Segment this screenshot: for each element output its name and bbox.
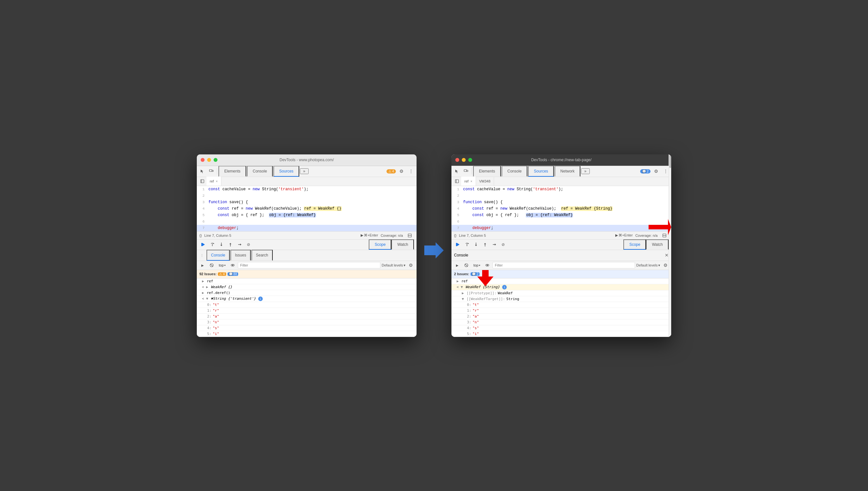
right-file-tabs: ref × VM348 <box>451 177 671 186</box>
coverage-toggle[interactable] <box>405 231 414 240</box>
scope-tab[interactable]: Scope <box>369 239 391 250</box>
right-clear-button[interactable] <box>463 261 470 269</box>
maximize-button[interactable] <box>214 158 218 162</box>
execute-code-button[interactable]: ▶ <box>199 261 206 269</box>
deactivate-button[interactable]: ⊘ <box>245 241 252 249</box>
tab-more-button[interactable]: » <box>300 168 309 174</box>
toolbar-divider <box>217 168 217 174</box>
left-debug-toolbar: ⊘ Scope Watch <box>197 240 417 250</box>
right-step-over-button[interactable] <box>463 241 471 249</box>
right-debug-tabs: Scope Watch <box>623 239 669 250</box>
right-file-tab-vm[interactable]: VM348 <box>476 177 494 186</box>
console-tab-search[interactable]: Search <box>251 250 273 261</box>
right-device-icon <box>464 169 468 173</box>
sidebar-toggle-button[interactable] <box>198 177 206 185</box>
right-sidebar-toggle[interactable] <box>453 177 461 185</box>
right-step-into-button[interactable] <box>472 241 480 249</box>
expand-ref-icon[interactable]: ▶ <box>202 279 204 283</box>
clear-icon <box>210 263 214 267</box>
right-expand-proto-icon[interactable]: ▶ <box>462 291 464 295</box>
right-step-button[interactable] <box>490 241 498 249</box>
right-console-prop-4: 4: "s" <box>451 325 671 331</box>
expand-weakref-icon[interactable]: ▶ <box>206 285 208 289</box>
red-arrow-1-container <box>649 219 671 236</box>
right-run-button[interactable]: ▶ ⌘+Enter <box>615 233 633 237</box>
console-tab-issues[interactable]: Issues <box>230 250 251 261</box>
right-tab-console[interactable]: Console <box>502 166 527 177</box>
svg-rect-22 <box>467 170 468 172</box>
right-close-tab-icon[interactable]: × <box>471 180 472 183</box>
right-tab-elements[interactable]: Elements <box>473 166 501 177</box>
right-console-filter-input[interactable] <box>493 262 635 268</box>
right-console-title: Console <box>454 253 468 257</box>
tab-sources[interactable]: Sources <box>273 166 299 177</box>
step-button[interactable] <box>235 241 243 249</box>
right-issues-container: 2 Issues: 💬 2 <box>451 270 671 279</box>
more-tools-button[interactable]: ⋮ <box>407 167 415 175</box>
tab-elements[interactable]: Elements <box>219 166 246 177</box>
right-minimize-button[interactable] <box>462 158 466 162</box>
right-scrollbar[interactable] <box>669 154 671 337</box>
watch-tab[interactable]: Watch <box>391 239 414 250</box>
info-count: 💬 88 <box>227 272 239 276</box>
right-scope-tab[interactable]: Scope <box>623 239 646 250</box>
right-console-settings-button[interactable]: ⚙ <box>662 261 669 269</box>
console-tab-console[interactable]: Console <box>206 250 230 261</box>
inspector-tool-button[interactable] <box>198 167 206 175</box>
right-console-toolbar: ▶ top ▾ <box>451 261 671 270</box>
right-device-toolbar[interactable] <box>462 167 470 175</box>
step-into-button[interactable] <box>218 241 225 249</box>
top-context-dropdown[interactable]: top ▾ <box>217 263 227 268</box>
right-main-toolbar: Elements Console Sources Network » 💬 2 ⚙… <box>451 166 671 177</box>
right-maximize-button[interactable] <box>468 158 472 162</box>
right-inspector-tool[interactable] <box>453 167 461 175</box>
right-expand-weakref-icon[interactable]: ▼ <box>461 285 463 289</box>
right-console-close-button[interactable]: ✕ <box>665 253 669 258</box>
right-expand-target-icon[interactable]: ▼ <box>462 297 464 301</box>
console-filter-input[interactable] <box>238 262 380 268</box>
svg-marker-11 <box>220 245 222 246</box>
right-file-tab-ref[interactable]: ref × <box>461 177 476 186</box>
left-status-bar: {} Line 7, Column 5 ▶ ⌘+Enter Coverage: … <box>197 231 417 240</box>
left-file-tab-ref[interactable]: ref × <box>206 177 221 186</box>
console-prop-0: 0: "t" <box>197 302 417 308</box>
right-console-prototype: ▶ [[Prototype]]: WeakRef <box>451 290 671 296</box>
svg-marker-33 <box>475 245 477 246</box>
code-line-5: 5 const obj = { ref }; obj = {ref: WeakR… <box>197 212 417 219</box>
expand-string-icon[interactable]: ▼ <box>206 296 208 301</box>
device-toolbar-button[interactable] <box>207 167 216 175</box>
console-settings-button[interactable]: ⚙ <box>407 261 415 269</box>
right-close-button[interactable] <box>455 158 459 162</box>
hide-network-button[interactable] <box>229 261 236 269</box>
run-coverage-button[interactable]: ▶ ⌘+Enter <box>361 233 378 237</box>
minimize-button[interactable] <box>207 158 211 162</box>
right-deactivate-button[interactable]: ⊘ <box>499 241 507 249</box>
expand-refderef-icon[interactable]: ▶ <box>202 291 204 295</box>
console-sidebar-toggle[interactable]: ⋮ <box>198 251 206 259</box>
svg-marker-15 <box>240 243 242 246</box>
pause-resume-button[interactable] <box>199 241 207 249</box>
right-execute-button[interactable]: ▶ <box>453 261 461 269</box>
close-tab-icon[interactable]: × <box>216 180 218 183</box>
step-out-button[interactable] <box>227 241 234 249</box>
close-button[interactable] <box>201 158 204 162</box>
step-over-button[interactable] <box>208 241 216 249</box>
right-console-prop-5: 5: "i" <box>451 331 671 337</box>
tab-console[interactable]: Console <box>247 166 273 177</box>
right-tab-sources[interactable]: Sources <box>528 166 554 177</box>
right-settings-button[interactable]: ⚙ <box>652 167 660 175</box>
clear-console-button[interactable] <box>208 261 216 269</box>
right-code-line-5: 5 const obj = { ref }; obj = {ref: WeakR… <box>451 212 671 219</box>
settings-button[interactable]: ⚙ <box>397 167 405 175</box>
right-pause-button[interactable] <box>454 241 462 249</box>
right-top-context-dropdown[interactable]: top ▾ <box>472 263 482 268</box>
right-scrollbar-thumb[interactable] <box>669 155 671 168</box>
panel-icon <box>200 179 204 183</box>
right-expand-ref-icon[interactable]: ▶ <box>457 279 459 283</box>
right-tab-more[interactable]: » <box>581 168 590 174</box>
right-status-braces: {} <box>454 234 456 237</box>
right-tab-network[interactable]: Network <box>555 166 580 177</box>
right-watch-tab[interactable]: Watch <box>646 239 669 250</box>
right-step-out-button[interactable] <box>481 241 489 249</box>
right-eye-button[interactable] <box>483 261 491 269</box>
